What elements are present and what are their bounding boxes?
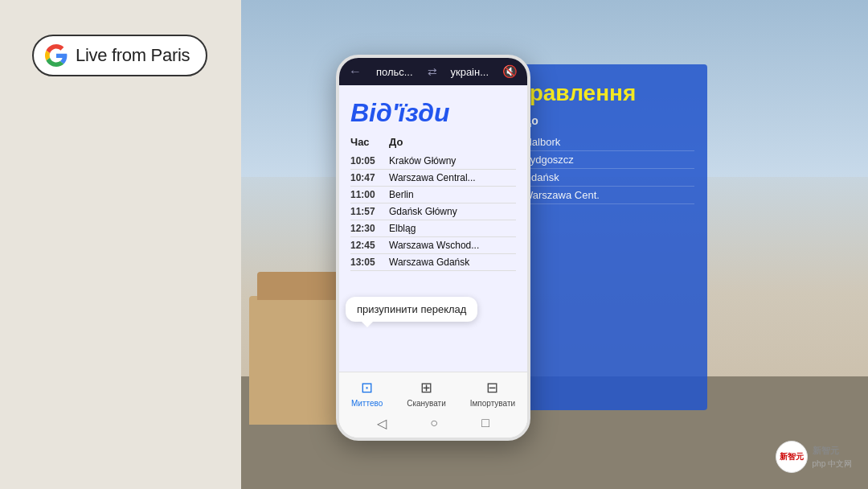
system-nav: ◁ ○ □ xyxy=(339,413,527,434)
time-4: 12:30 xyxy=(350,223,389,234)
instant-icon: ⊡ xyxy=(361,379,373,397)
dest-5: Warszawa Wschod... xyxy=(389,240,479,251)
dest-1: Warszawa Central... xyxy=(389,172,476,183)
logo-text: Live from Paris xyxy=(76,45,190,66)
table-row: 12:30 Elbląg xyxy=(350,220,516,237)
translated-board: Від'їзди Час До 10:05 Kraków Główny 10:4… xyxy=(339,85,527,372)
nav-instant-label: Миттево xyxy=(351,399,383,408)
watermark-sub-text: php 中文网 xyxy=(813,458,852,470)
watermark-logo: 新智元 xyxy=(776,441,808,473)
bg-dest-2: Bydgoszcz xyxy=(523,154,574,166)
table-row: 10:47 Warszawa Central... xyxy=(350,170,516,187)
bg-dest-4: Warszawa Cent. xyxy=(523,189,600,201)
dest-0: Kraków Główny xyxy=(389,155,456,166)
mic-button[interactable]: 🔇 xyxy=(502,64,518,79)
translated-board-title: Від'їзди xyxy=(350,98,516,128)
back-system-button[interactable]: ◁ xyxy=(377,416,387,431)
recents-system-button[interactable]: □ xyxy=(481,416,489,431)
time-6: 13:05 xyxy=(350,257,389,268)
home-system-button[interactable]: ○ xyxy=(430,416,438,431)
table-row: 12:45 Warszawa Wschod... xyxy=(350,237,516,254)
import-icon: ⊟ xyxy=(486,379,498,397)
nav-scan-label: Сканувати xyxy=(407,399,446,408)
phone-bottom-nav: ⊡ Миттево ⊞ Сканувати ⊟ Імпортувати ◁ ○ … xyxy=(339,372,527,438)
nav-scan[interactable]: ⊞ Сканувати xyxy=(407,379,446,408)
watermark-site: 新智元 xyxy=(780,451,804,462)
col-header-dest: До xyxy=(389,136,403,148)
swap-languages-button[interactable]: ⇄ xyxy=(428,65,437,78)
dest-3: Gdańsk Główny xyxy=(389,206,457,217)
table-row: 13:05 Warszawa Gdańsk xyxy=(350,254,516,271)
time-2: 11:00 xyxy=(350,189,389,200)
dest-2: Berlin xyxy=(389,189,414,200)
logo-badge: Live from Paris xyxy=(32,35,207,76)
nav-instant[interactable]: ⊡ Миттево xyxy=(351,379,383,408)
scan-icon: ⊞ xyxy=(420,379,432,397)
nav-import-label: Імпортувати xyxy=(470,399,515,408)
table-row: 11:57 Gdańsk Główny xyxy=(350,203,516,220)
time-1: 10:47 xyxy=(350,172,389,183)
col-header-time: Час xyxy=(350,136,389,148)
nav-import[interactable]: ⊟ Імпортувати xyxy=(470,379,515,408)
dest-4: Elbląg xyxy=(389,223,416,234)
translated-board-headers: Час До xyxy=(350,136,516,148)
table-row: 10:05 Kraków Główny xyxy=(350,153,516,170)
google-icon xyxy=(45,44,68,67)
watermark: 新智元 新智元 php 中文网 xyxy=(776,441,852,473)
dest-6: Warszawa Gdańsk xyxy=(389,257,469,268)
watermark-site-text: 新智元 xyxy=(813,445,852,457)
nav-items: ⊡ Миттево ⊞ Сканувати ⊟ Імпортувати xyxy=(339,379,527,408)
time-0: 10:05 xyxy=(350,155,389,166)
language-from[interactable]: польс... xyxy=(368,66,421,78)
time-3: 11:57 xyxy=(350,206,389,217)
phone-mockup: ← польс... ⇄ украін... 🔇 Від'їзди Час До… xyxy=(336,55,530,441)
phone-top-bar: ← польс... ⇄ украін... 🔇 xyxy=(339,58,527,85)
pause-translation-tooltip[interactable]: призупинити переклад xyxy=(346,297,477,322)
time-5: 12:45 xyxy=(350,240,389,251)
phone-content-area: Від'їзди Час До 10:05 Kraków Główny 10:4… xyxy=(339,85,527,372)
table-row: 11:00 Berlin xyxy=(350,187,516,203)
back-button[interactable]: ← xyxy=(349,64,362,79)
language-to[interactable]: украін... xyxy=(444,66,497,78)
